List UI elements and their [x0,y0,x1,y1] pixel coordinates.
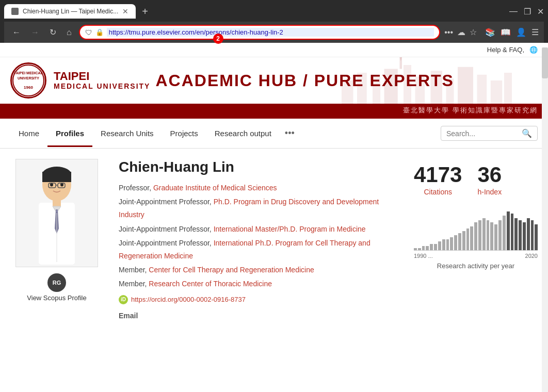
chart-bar [414,248,417,250]
chart-bar [507,211,510,250]
chart-bar [490,222,493,250]
chart-bar [478,220,481,250]
svg-rect-12 [458,67,473,104]
pocket-icon[interactable]: ☁ [457,27,465,37]
chart-bar [418,248,421,250]
home-button[interactable]: ⌂ [63,26,75,39]
account-icon[interactable]: 👤 [516,27,526,37]
toolbar-right-icons: ••• ☁ ☆ [444,27,477,37]
maximize-button[interactable]: ❐ [524,7,531,17]
chart-bar [514,218,518,251]
profile-stats: 4173 Citations 36 h-Index 1990 ... 2020 … [414,159,538,320]
chart-bar [434,244,437,251]
svg-rect-5 [357,73,367,104]
lock-icon: 🔒 [95,28,104,36]
affiliation-link-4[interactable]: International Ph.D. Program for Cell The… [119,239,370,260]
medical-university-label: MEDICAL UNIVERSITY [54,82,150,90]
browser-toolbar: ← → ↻ ⌂ 🛡 🔒 https://tmu.pure.elsevier.co… [4,22,544,43]
svg-rect-11 [446,78,454,104]
forward-button[interactable]: → [28,26,42,39]
affiliation-link-5[interactable]: Center for Cell Therapy and Regeneration… [149,266,314,274]
chart-bar [503,216,506,250]
person-illustration [21,161,93,265]
bookmark-icon[interactable]: ☆ [470,27,477,37]
help-bar: Help & FAQ, 🌐 [0,43,548,57]
chart-bar [523,222,526,250]
chart-bar [454,235,457,250]
citations-value: 4173 [414,164,462,186]
chart-bar [430,244,433,251]
chart-bar [426,246,429,250]
nav-item-profiles[interactable]: Profiles [47,120,92,147]
chart-bar [531,220,534,250]
tab-close-button[interactable]: ✕ [122,7,128,15]
search-button[interactable]: 🔍 [522,128,532,138]
more-options-icon[interactable]: ••• [444,28,453,37]
svg-rect-9 [415,77,425,104]
reader-icon[interactable]: 📖 [501,27,511,37]
list-item: Joint-Appointment Professor, Internation… [119,223,398,236]
list-item: Professor, Graduate Institute of Medical… [119,182,398,194]
browser-tab[interactable]: Chien-Huang Lin — Taipei Medic... ✕ [4,4,136,19]
address-bar[interactable]: 🛡 🔒 https://tmu.pure.elsevier.com/en/per… [79,25,441,40]
affiliation-link-1[interactable]: Graduate Institute of Medical Sciences [153,184,277,192]
close-button[interactable]: ✕ [537,7,544,17]
minimize-button[interactable]: — [509,7,518,17]
site-nav: Home Profiles Research Units Projects Re… [0,119,548,149]
svg-rect-6 [373,77,380,104]
orcid-link[interactable]: https://orcid.org/0000-0002-0916-8737 [131,296,246,303]
chart-start-label: 1990 ... [414,253,433,259]
extension-icons: 📚 📖 👤 ☰ [485,27,539,37]
chart-bar [466,228,470,250]
university-seal: TAIPEI MEDICAL UNIVERSITY 1960 [10,62,46,99]
affiliation-list: Professor, Graduate Institute of Medical… [119,182,398,291]
chart-bar [438,241,441,250]
affiliation-link-6[interactable]: Research Center of Thoracic Medicine [149,280,272,288]
svg-rect-8 [404,65,411,104]
affiliation-link-2[interactable]: Ph.D. Program in Drug Discovery and Deve… [119,198,379,219]
reload-button[interactable]: ↻ [46,25,59,39]
chart-bar [519,220,522,250]
logo-area: TAIPEI MEDICAL UNIVERSITY 1960 TAIPEI ME… [10,62,150,99]
chart-bar [535,224,538,250]
menu-icon[interactable]: ☰ [531,27,539,37]
chart-bar [482,218,486,251]
rg-badge: RG [47,273,66,292]
search-input[interactable] [446,129,519,138]
svg-rect-27 [53,199,61,206]
new-tab-button[interactable]: + [138,6,152,18]
nav-search: 🔍 [441,126,538,141]
chart-bar [442,239,445,250]
svg-rect-4 [342,80,353,104]
stats-numbers: 4173 Citations 36 h-Index [414,159,538,196]
chart-bar [527,218,530,251]
svg-text:TAIPEI MEDICAL: TAIPEI MEDICAL [14,71,43,75]
shield-icon: 🛡 [85,28,92,37]
chart-bar [422,246,425,250]
chart-bar [446,239,449,250]
email-label: Email [119,312,398,320]
svg-text:1960: 1960 [24,85,33,90]
library-icon[interactable]: 📚 [485,27,495,37]
hindex-value: 36 [477,164,502,186]
nav-item-projects[interactable]: Projects [162,120,206,147]
chart-bar [494,224,497,250]
svg-rect-15 [504,73,512,104]
taipei-label: TAIPEI [54,71,150,82]
hindex-stat: 36 h-Index [477,164,502,196]
help-link[interactable]: Help & FAQ, [487,46,524,54]
view-scopus-profile-link[interactable]: View Scopus Profile [27,294,86,302]
nav-item-research-output[interactable]: Research output [206,120,280,147]
hindex-label: h-Index [477,188,502,196]
svg-rect-10 [431,71,443,104]
affiliation-link-3[interactable]: International Master/Ph.D. Program in Me… [214,225,366,233]
url-text[interactable]: https://tmu.pure.elsevier.com/en/persons… [107,28,434,37]
nav-item-home[interactable]: Home [10,120,47,147]
browser-chrome: Chien-Huang Lin — Taipei Medic... ✕ + — … [0,0,548,43]
chart-bars [414,209,538,251]
back-button[interactable]: ← [9,26,24,39]
nav-more-button[interactable]: ••• [280,119,300,148]
chart-bar [487,220,490,250]
person-name: Chien-Huang Lin [119,159,398,175]
nav-item-research-units[interactable]: Research Units [92,120,162,147]
